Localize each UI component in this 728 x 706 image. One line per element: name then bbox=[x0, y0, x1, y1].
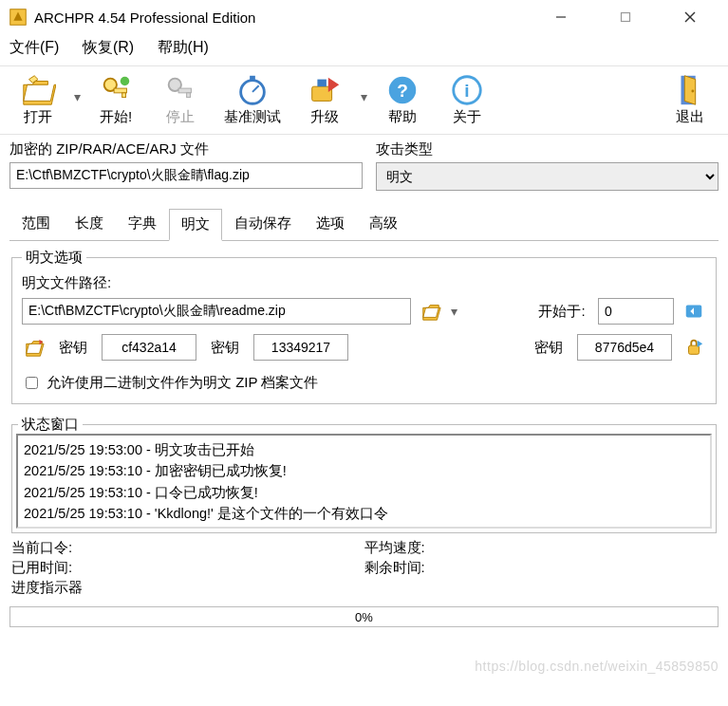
tab-dict[interactable]: 字典 bbox=[116, 208, 169, 240]
menu-recover[interactable]: 恢复(R) bbox=[83, 39, 134, 55]
progress-text: 0% bbox=[355, 610, 373, 624]
svg-text:?: ? bbox=[397, 81, 408, 101]
attack-type-label: 攻击类型 bbox=[376, 140, 719, 158]
plaintext-group-title: 明文选项 bbox=[22, 249, 86, 267]
status-group: 状态窗口 2021/5/25 19:53:00 - 明文攻击已开始 2021/5… bbox=[11, 416, 717, 533]
upgrade-button[interactable]: 升级 bbox=[292, 70, 357, 132]
plaintext-options-group: 明文选项 明文文件路径: ▾ 开始于: 密钥 密钥 密钥 bbox=[11, 249, 717, 404]
allow-binary-label: 允许使用二进制文件作为明文 ZIP 档案文件 bbox=[47, 374, 318, 392]
browse-plaintext-button[interactable] bbox=[419, 299, 443, 324]
titlebar: ARCHPR 4.54 Professional Edition bbox=[0, 0, 728, 34]
avg-speed-label: 平均速度: bbox=[364, 539, 718, 557]
toolbar-label: 打开 bbox=[24, 108, 52, 126]
app-icon bbox=[8, 7, 28, 28]
upgrade-dropdown-icon[interactable]: ▾ bbox=[357, 70, 370, 123]
status-title: 状态窗口 bbox=[18, 416, 83, 434]
svg-rect-16 bbox=[317, 80, 327, 87]
open-dropdown-icon[interactable]: ▾ bbox=[70, 70, 84, 123]
toolbar-label: 退出 bbox=[676, 108, 704, 126]
plaintext-path-input[interactable] bbox=[22, 298, 411, 325]
svg-point-8 bbox=[121, 77, 130, 86]
svg-rect-11 bbox=[187, 93, 191, 98]
start-at-action-button[interactable] bbox=[681, 299, 706, 324]
upgrade-icon bbox=[307, 72, 343, 108]
browse-dropdown-icon[interactable]: ▾ bbox=[451, 304, 457, 319]
stopwatch-icon bbox=[234, 72, 271, 108]
exit-button[interactable]: 退出 bbox=[658, 70, 722, 132]
svg-rect-10 bbox=[178, 88, 191, 93]
svg-rect-6 bbox=[114, 88, 126, 93]
plaintext-path-label: 明文文件路径: bbox=[22, 274, 706, 292]
key1-input[interactable] bbox=[102, 334, 196, 361]
toolbar-label: 帮助 bbox=[388, 108, 417, 126]
tab-advanced[interactable]: 高级 bbox=[357, 208, 410, 240]
tab-plaintext[interactable]: 明文 bbox=[169, 209, 222, 241]
start-at-input[interactable] bbox=[598, 298, 674, 325]
key3-label: 密钥 bbox=[530, 339, 568, 357]
reload-keys-button[interactable] bbox=[22, 335, 47, 360]
maximize-button[interactable] bbox=[605, 4, 646, 30]
stop-button[interactable]: 停止 bbox=[148, 70, 213, 132]
minimize-button[interactable] bbox=[540, 4, 582, 30]
key2-input[interactable] bbox=[253, 334, 348, 361]
help-icon: ? bbox=[384, 72, 420, 108]
toolbar: 打开 ▾ 开始! 停止 基准测试 升级 ▾ ? 帮助 i 关于 bbox=[0, 65, 728, 135]
help-button[interactable]: ? 帮助 bbox=[370, 70, 435, 132]
svg-rect-14 bbox=[250, 76, 255, 81]
key2-label: 密钥 bbox=[206, 339, 244, 357]
encrypted-file-input[interactable] bbox=[9, 162, 363, 189]
attack-type-select[interactable]: 明文 bbox=[376, 162, 719, 191]
window-title: ARCHPR 4.54 Professional Edition bbox=[34, 9, 540, 26]
encrypted-file-label: 加密的 ZIP/RAR/ACE/ARJ 文件 bbox=[9, 140, 363, 158]
toolbar-label: 关于 bbox=[453, 108, 481, 126]
svg-point-12 bbox=[241, 81, 265, 104]
tab-length[interactable]: 长度 bbox=[63, 208, 116, 240]
remaining-time-label: 剩余时间: bbox=[364, 559, 718, 577]
folder-open-icon bbox=[20, 72, 56, 108]
tab-strip: 范围 长度 字典 明文 自动保存 选项 高级 bbox=[9, 208, 719, 240]
tab-options[interactable]: 选项 bbox=[304, 208, 357, 240]
tab-range[interactable]: 范围 bbox=[9, 208, 63, 240]
status-footer: 当前口令: 平均速度: 已用时间: 剩余时间: 进度指示器 bbox=[0, 533, 728, 601]
menu-help[interactable]: 帮助(H) bbox=[158, 39, 209, 55]
toolbar-label: 开始! bbox=[100, 108, 132, 126]
exit-door-icon bbox=[672, 72, 708, 108]
about-button[interactable]: i 关于 bbox=[435, 70, 499, 132]
svg-point-22 bbox=[691, 90, 694, 93]
current-password-label: 当前口令: bbox=[11, 539, 364, 557]
status-log[interactable]: 2021/5/25 19:53:00 - 明文攻击已开始 2021/5/25 1… bbox=[16, 434, 712, 529]
allow-binary-checkbox[interactable] bbox=[26, 377, 38, 389]
open-button[interactable]: 打开 bbox=[6, 70, 70, 132]
toolbar-label: 基准测试 bbox=[224, 108, 281, 126]
used-time-label: 已用时间: bbox=[11, 559, 364, 577]
menubar: 文件(F) 恢复(R) 帮助(H) bbox=[0, 34, 728, 65]
key3-input[interactable] bbox=[577, 334, 672, 361]
key-stop-icon bbox=[162, 72, 198, 108]
start-at-label: 开始于: bbox=[533, 303, 590, 321]
toolbar-label: 停止 bbox=[166, 108, 195, 126]
benchmark-button[interactable]: 基准测试 bbox=[213, 70, 292, 132]
tab-autosave[interactable]: 自动保存 bbox=[222, 208, 304, 240]
progress-indicator-label: 进度指示器 bbox=[11, 579, 364, 597]
keys-action-button[interactable] bbox=[681, 335, 706, 360]
start-button[interactable]: 开始! bbox=[84, 70, 148, 132]
close-button[interactable] bbox=[669, 4, 711, 30]
svg-rect-2 bbox=[622, 13, 630, 22]
key1-label: 密钥 bbox=[54, 339, 92, 357]
menu-file[interactable]: 文件(F) bbox=[9, 39, 59, 55]
key-start-icon bbox=[98, 72, 134, 108]
svg-text:i: i bbox=[464, 81, 469, 101]
toolbar-label: 升级 bbox=[310, 108, 339, 126]
progress-bar: 0% bbox=[9, 606, 719, 627]
info-icon: i bbox=[449, 72, 485, 108]
svg-rect-7 bbox=[122, 93, 126, 98]
